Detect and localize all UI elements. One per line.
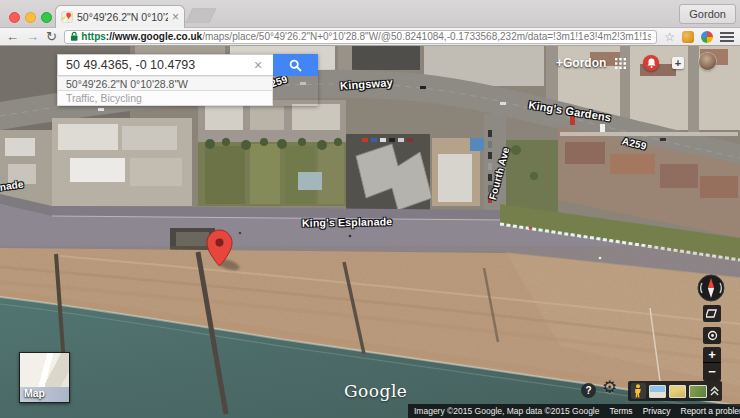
search-button[interactable] bbox=[273, 54, 318, 76]
map-toggle-label: Map bbox=[24, 387, 45, 399]
search-card: × 50°49'26.2"N 0°10'28.8"W Traffic, Bicy… bbox=[57, 54, 318, 106]
my-location-button[interactable] bbox=[703, 327, 721, 344]
privacy-link[interactable]: Privacy bbox=[643, 406, 671, 416]
forward-icon[interactable]: → bbox=[26, 30, 39, 43]
tab-close-icon[interactable]: × bbox=[172, 12, 179, 22]
extension-icon[interactable] bbox=[701, 31, 713, 43]
tab-strip: 50°49'26.2"N 0°10'28.8"W × Gordon bbox=[0, 0, 740, 28]
tab-title: 50°49'26.2"N 0°10'28.8"W bbox=[77, 11, 168, 23]
map-view-toggle[interactable]: Map bbox=[19, 352, 70, 403]
pegman-bar bbox=[628, 381, 722, 401]
avatar[interactable] bbox=[699, 53, 716, 70]
url-scheme: https bbox=[81, 31, 105, 42]
gbar-profile-link[interactable]: +Gordon bbox=[556, 56, 606, 70]
back-icon[interactable]: ← bbox=[6, 30, 19, 43]
padlock-icon bbox=[70, 31, 78, 42]
browser-window: 50°49'26.2"N 0°10'28.8"W × Gordon ← → ↻ … bbox=[0, 0, 740, 418]
gear-icon[interactable]: ⚙ bbox=[602, 377, 617, 398]
address-bar[interactable]: https://www.google.co.uk/maps/place/50°4… bbox=[64, 30, 657, 44]
help-button[interactable]: ? bbox=[581, 383, 596, 398]
reload-icon[interactable]: ↻ bbox=[46, 30, 57, 43]
zoom-window-button[interactable] bbox=[41, 12, 52, 23]
collapse-chevron-icon[interactable] bbox=[710, 385, 719, 397]
report-problem-link[interactable]: Report a problem bbox=[681, 406, 740, 416]
maps-favicon bbox=[61, 11, 73, 23]
terms-link[interactable]: Terms bbox=[609, 406, 632, 416]
browser-toolbar: ← → ↻ https://www.google.co.uk/maps/plac… bbox=[0, 28, 740, 46]
share-plus-icon[interactable]: + bbox=[672, 57, 684, 69]
pegman-icon[interactable] bbox=[631, 383, 646, 399]
zoom-in-button[interactable]: + bbox=[703, 347, 721, 363]
traffic-bicycling-option[interactable]: Traffic, Bicycling bbox=[57, 91, 273, 106]
new-tab-button[interactable] bbox=[186, 8, 217, 23]
zoom-control: + − bbox=[703, 347, 721, 381]
compass-control[interactable] bbox=[697, 274, 725, 302]
url-host: ://www.google.co.uk bbox=[106, 31, 202, 42]
google-logo: Google bbox=[344, 381, 407, 401]
url-text: https://www.google.co.uk/maps/place/50°4… bbox=[81, 31, 651, 42]
url-path: /maps/place/50°49'26.2"N+0°10'28.8"W/@50… bbox=[202, 31, 651, 42]
apps-grid-icon[interactable] bbox=[615, 58, 626, 69]
search-icon bbox=[289, 59, 302, 72]
close-window-button[interactable] bbox=[9, 12, 20, 23]
imagery-credit: Imagery ©2015 Google, Map data ©2015 Goo… bbox=[414, 406, 599, 416]
browser-tab[interactable]: 50°49'26.2"N 0°10'28.8"W × bbox=[55, 5, 185, 28]
tilt-45-button[interactable] bbox=[703, 305, 721, 322]
view-thumbnail-terrain[interactable] bbox=[689, 385, 706, 398]
search-input[interactable] bbox=[57, 54, 273, 76]
zoom-out-button[interactable]: − bbox=[703, 363, 721, 380]
search-suggestion[interactable]: 50°49'26.2"N 0°10'28.8"W bbox=[57, 76, 273, 91]
map-pin[interactable] bbox=[206, 228, 233, 268]
map-canvas[interactable]: A259 Kingsway King's Gardens A259 Fourth… bbox=[0, 46, 740, 418]
profile-button[interactable]: Gordon bbox=[679, 4, 736, 24]
bookmark-star-icon[interactable]: ☆ bbox=[664, 31, 675, 43]
minimize-window-button[interactable] bbox=[25, 12, 36, 23]
attribution-bar: Imagery ©2015 Google, Map data ©2015 Goo… bbox=[408, 404, 740, 418]
clear-search-icon[interactable]: × bbox=[254, 57, 262, 73]
view-thumbnail-map[interactable] bbox=[669, 385, 686, 398]
view-thumbnail-earth[interactable] bbox=[649, 385, 666, 398]
extension-icon[interactable] bbox=[682, 31, 694, 43]
chrome-menu-icon[interactable] bbox=[720, 32, 734, 42]
notifications-bell-icon[interactable] bbox=[643, 55, 659, 71]
